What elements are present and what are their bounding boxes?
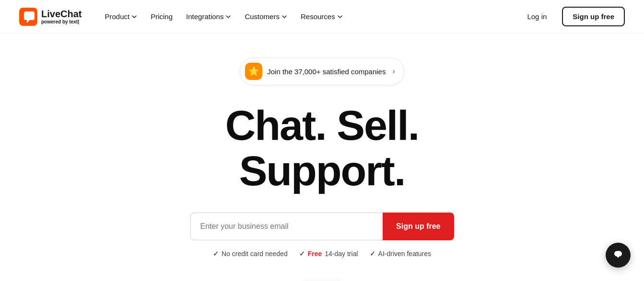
perks-list: ✓ No credit card needed ✓ Free 14-day tr…	[213, 250, 431, 258]
chevron-down-icon	[281, 14, 287, 20]
navbar-right: Log in Sign up free	[519, 7, 625, 26]
nav-links: Product Pricing Integrations Customers	[99, 9, 348, 24]
nav-item-customers[interactable]: Customers	[239, 9, 293, 24]
chevron-down-icon	[337, 14, 343, 20]
email-input[interactable]	[190, 213, 383, 240]
navbar-left: LiveChat powered by text| Product Pricin…	[19, 8, 349, 26]
chat-widget-button[interactable]	[606, 243, 631, 268]
perk-free-label: Free	[308, 250, 322, 258]
nav-item-resources[interactable]: Resources	[295, 9, 349, 24]
badge-text: Join the 37,000+ satisfied companies	[267, 67, 386, 76]
badge-chevron-icon: ›	[392, 67, 395, 76]
chevron-down-icon	[131, 14, 137, 20]
hero-section: ⭐ Join the 37,000+ satisfied companies ›…	[0, 34, 644, 277]
perk-no-credit-card: ✓ No credit card needed	[213, 250, 288, 258]
check-icon: ✓	[299, 250, 305, 258]
satisfied-companies-badge[interactable]: ⭐ Join the 37,000+ satisfied companies ›	[240, 57, 404, 85]
hero-headline: Chat. Sell. Support.	[225, 102, 419, 193]
perk-trial-label: 14-day trial	[325, 250, 358, 258]
chevron-down-icon	[225, 14, 231, 20]
logo[interactable]: LiveChat powered by text|	[19, 8, 82, 26]
logo-name: LiveChat	[41, 9, 82, 19]
star-badge-icon: ⭐	[245, 63, 262, 80]
logo-text: LiveChat powered by text|	[41, 9, 82, 24]
perk-ai-features: ✓ AI-driven features	[370, 250, 432, 258]
perk-free-trial: ✓ Free 14-day trial	[299, 250, 358, 258]
hero-signup-button[interactable]: Sign up free	[383, 213, 454, 240]
nav-item-integrations[interactable]: Integrations	[180, 9, 237, 24]
nav-item-pricing[interactable]: Pricing	[145, 9, 178, 24]
chat-widget-icon	[612, 248, 624, 262]
check-icon: ✓	[213, 250, 219, 258]
check-icon: ✓	[370, 250, 375, 258]
livechat-logo-icon	[19, 8, 37, 26]
logo-powered: powered by text|	[41, 19, 82, 24]
nav-item-product[interactable]: Product	[99, 9, 143, 24]
email-signup-form: Sign up free	[190, 213, 454, 240]
navbar: LiveChat powered by text| Product Pricin…	[0, 0, 644, 34]
login-button[interactable]: Log in	[519, 9, 554, 24]
nav-signup-button[interactable]: Sign up free	[562, 7, 625, 26]
